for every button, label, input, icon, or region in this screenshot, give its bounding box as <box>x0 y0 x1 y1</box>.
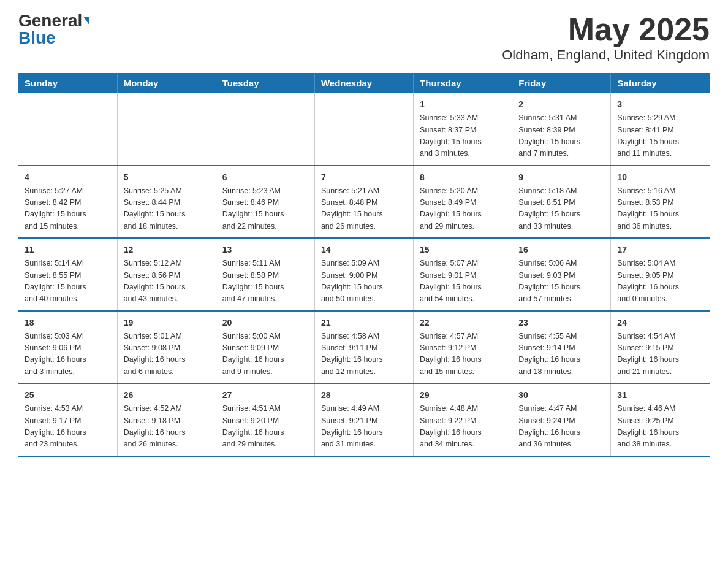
cell-w1-d6: 10Sunrise: 5:16 AMSunset: 8:53 PMDayligh… <box>611 166 710 239</box>
day-number: 24 <box>617 316 703 329</box>
header-saturday: Saturday <box>611 73 710 93</box>
title-block: May 2025 Oldham, England, United Kingdom <box>502 12 710 63</box>
day-number: 11 <box>25 243 111 256</box>
cell-w2-d1: 12Sunrise: 5:12 AMSunset: 8:56 PMDayligh… <box>117 238 216 311</box>
cell-w1-d2: 6Sunrise: 5:23 AMSunset: 8:46 PMDaylight… <box>216 166 314 239</box>
day-info: Sunrise: 5:33 AMSunset: 8:37 PMDaylight:… <box>420 112 506 160</box>
day-info: Sunrise: 5:11 AMSunset: 8:58 PMDaylight:… <box>222 258 308 305</box>
day-info: Sunrise: 5:27 AMSunset: 8:42 PMDaylight:… <box>25 185 111 233</box>
week-row-2: 11Sunrise: 5:14 AMSunset: 8:55 PMDayligh… <box>18 238 710 311</box>
day-info: Sunrise: 5:04 AMSunset: 9:05 PMDaylight:… <box>617 258 703 305</box>
week-row-3: 18Sunrise: 5:03 AMSunset: 9:06 PMDayligh… <box>18 311 710 384</box>
day-number: 19 <box>124 316 210 329</box>
day-number: 15 <box>420 243 506 256</box>
day-number: 3 <box>617 98 703 111</box>
day-info: Sunrise: 4:46 AMSunset: 9:25 PMDaylight:… <box>617 403 703 451</box>
cell-w2-d3: 14Sunrise: 5:09 AMSunset: 9:00 PMDayligh… <box>314 238 413 311</box>
cell-w0-d5: 2Sunrise: 5:31 AMSunset: 8:39 PMDaylight… <box>512 93 611 166</box>
day-info: Sunrise: 5:09 AMSunset: 9:00 PMDaylight:… <box>321 258 407 305</box>
day-number: 5 <box>124 171 210 184</box>
cell-w0-d4: 1Sunrise: 5:33 AMSunset: 8:37 PMDaylight… <box>414 93 512 166</box>
day-info: Sunrise: 5:00 AMSunset: 9:09 PMDaylight:… <box>222 331 308 378</box>
page-title: May 2025 <box>502 12 710 47</box>
logo-general: General <box>18 12 82 29</box>
cell-w3-d5: 23Sunrise: 4:55 AMSunset: 9:14 PMDayligh… <box>512 311 611 384</box>
day-info: Sunrise: 5:12 AMSunset: 8:56 PMDaylight:… <box>124 258 210 305</box>
day-number: 22 <box>420 316 506 329</box>
day-info: Sunrise: 5:29 AMSunset: 8:41 PMDaylight:… <box>617 112 703 160</box>
header-tuesday: Tuesday <box>216 73 314 93</box>
logo-blue: Blue <box>18 29 56 47</box>
day-number: 16 <box>518 243 604 256</box>
day-number: 9 <box>518 171 604 184</box>
day-info: Sunrise: 5:01 AMSunset: 9:08 PMDaylight:… <box>124 331 210 378</box>
day-info: Sunrise: 5:07 AMSunset: 9:01 PMDaylight:… <box>420 258 506 305</box>
day-number: 30 <box>518 389 604 402</box>
calendar-table: SundayMondayTuesdayWednesdayThursdayFrid… <box>18 73 710 457</box>
day-number: 2 <box>518 98 604 111</box>
cell-w3-d2: 20Sunrise: 5:00 AMSunset: 9:09 PMDayligh… <box>216 311 314 384</box>
day-info: Sunrise: 5:25 AMSunset: 8:44 PMDaylight:… <box>124 185 210 233</box>
day-number: 10 <box>617 171 703 184</box>
cell-w3-d4: 22Sunrise: 4:57 AMSunset: 9:12 PMDayligh… <box>414 311 512 384</box>
cell-w3-d3: 21Sunrise: 4:58 AMSunset: 9:11 PMDayligh… <box>314 311 413 384</box>
day-info: Sunrise: 4:55 AMSunset: 9:14 PMDaylight:… <box>518 331 604 378</box>
week-row-0: 1Sunrise: 5:33 AMSunset: 8:37 PMDaylight… <box>18 93 710 166</box>
header-monday: Monday <box>117 73 216 93</box>
cell-w0-d1 <box>117 93 216 166</box>
cell-w4-d4: 29Sunrise: 4:48 AMSunset: 9:22 PMDayligh… <box>414 383 512 456</box>
day-number: 18 <box>25 316 111 329</box>
header-wednesday: Wednesday <box>314 73 413 93</box>
day-info: Sunrise: 4:54 AMSunset: 9:15 PMDaylight:… <box>617 331 703 378</box>
day-number: 29 <box>420 389 506 402</box>
day-number: 13 <box>222 243 308 256</box>
day-info: Sunrise: 5:21 AMSunset: 8:48 PMDaylight:… <box>321 185 407 233</box>
week-row-4: 25Sunrise: 4:53 AMSunset: 9:17 PMDayligh… <box>18 383 710 456</box>
cell-w4-d6: 31Sunrise: 4:46 AMSunset: 9:25 PMDayligh… <box>611 383 710 456</box>
cell-w0-d6: 3Sunrise: 5:29 AMSunset: 8:41 PMDaylight… <box>611 93 710 166</box>
cell-w4-d1: 26Sunrise: 4:52 AMSunset: 9:18 PMDayligh… <box>117 383 216 456</box>
day-info: Sunrise: 5:23 AMSunset: 8:46 PMDaylight:… <box>222 185 308 233</box>
cell-w2-d6: 17Sunrise: 5:04 AMSunset: 9:05 PMDayligh… <box>611 238 710 311</box>
cell-w1-d5: 9Sunrise: 5:18 AMSunset: 8:51 PMDaylight… <box>512 166 611 239</box>
calendar-body: 1Sunrise: 5:33 AMSunset: 8:37 PMDaylight… <box>18 93 710 456</box>
cell-w2-d2: 13Sunrise: 5:11 AMSunset: 8:58 PMDayligh… <box>216 238 314 311</box>
header-sunday: Sunday <box>18 73 117 93</box>
day-info: Sunrise: 4:49 AMSunset: 9:21 PMDaylight:… <box>321 403 407 451</box>
day-info: Sunrise: 4:53 AMSunset: 9:17 PMDaylight:… <box>25 403 111 451</box>
cell-w1-d0: 4Sunrise: 5:27 AMSunset: 8:42 PMDaylight… <box>18 166 117 239</box>
cell-w0-d2 <box>216 93 314 166</box>
calendar-header: SundayMondayTuesdayWednesdayThursdayFrid… <box>18 73 710 93</box>
day-number: 8 <box>420 171 506 184</box>
day-number: 4 <box>25 171 111 184</box>
header-row: SundayMondayTuesdayWednesdayThursdayFrid… <box>18 73 710 93</box>
day-number: 6 <box>222 171 308 184</box>
cell-w3-d0: 18Sunrise: 5:03 AMSunset: 9:06 PMDayligh… <box>18 311 117 384</box>
day-info: Sunrise: 4:52 AMSunset: 9:18 PMDaylight:… <box>124 403 210 451</box>
day-info: Sunrise: 5:16 AMSunset: 8:53 PMDaylight:… <box>617 185 703 233</box>
cell-w3-d6: 24Sunrise: 4:54 AMSunset: 9:15 PMDayligh… <box>611 311 710 384</box>
day-info: Sunrise: 5:18 AMSunset: 8:51 PMDaylight:… <box>518 185 604 233</box>
cell-w0-d0 <box>18 93 117 166</box>
logo: General Blue <box>18 12 89 47</box>
day-number: 27 <box>222 389 308 402</box>
day-info: Sunrise: 4:57 AMSunset: 9:12 PMDaylight:… <box>420 331 506 378</box>
day-info: Sunrise: 4:51 AMSunset: 9:20 PMDaylight:… <box>222 403 308 451</box>
day-number: 25 <box>25 389 111 402</box>
day-number: 1 <box>420 98 506 111</box>
day-number: 20 <box>222 316 308 329</box>
cell-w2-d4: 15Sunrise: 5:07 AMSunset: 9:01 PMDayligh… <box>414 238 512 311</box>
cell-w2-d0: 11Sunrise: 5:14 AMSunset: 8:55 PMDayligh… <box>18 238 117 311</box>
page-subtitle: Oldham, England, United Kingdom <box>502 47 710 63</box>
day-number: 12 <box>124 243 210 256</box>
cell-w4-d0: 25Sunrise: 4:53 AMSunset: 9:17 PMDayligh… <box>18 383 117 456</box>
day-number: 26 <box>124 389 210 402</box>
day-info: Sunrise: 4:48 AMSunset: 9:22 PMDaylight:… <box>420 403 506 451</box>
day-info: Sunrise: 4:47 AMSunset: 9:24 PMDaylight:… <box>518 403 604 451</box>
day-info: Sunrise: 5:31 AMSunset: 8:39 PMDaylight:… <box>518 112 604 160</box>
cell-w4-d3: 28Sunrise: 4:49 AMSunset: 9:21 PMDayligh… <box>314 383 413 456</box>
day-number: 31 <box>617 389 703 402</box>
week-row-1: 4Sunrise: 5:27 AMSunset: 8:42 PMDaylight… <box>18 166 710 239</box>
day-number: 21 <box>321 316 407 329</box>
cell-w2-d5: 16Sunrise: 5:06 AMSunset: 9:03 PMDayligh… <box>512 238 611 311</box>
